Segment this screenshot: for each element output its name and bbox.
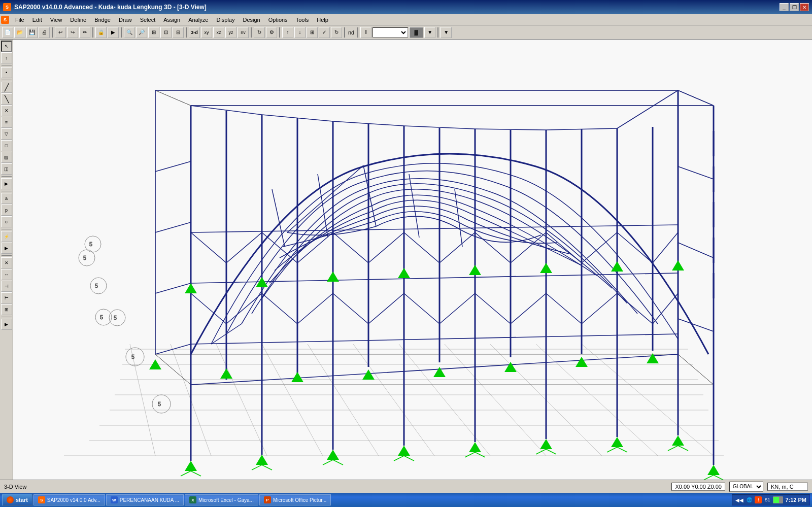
lock-button[interactable]: 🔒 [95,27,107,38]
coordinates-display: X0.00 Y0.00 Z0.00 [671,483,725,491]
svg-text:5: 5 [89,241,92,247]
sep-9 [437,27,438,38]
taskbar-word[interactable]: W PERENCANAAN KUDA ... [106,494,184,505]
refresh-button[interactable]: ↻ [254,27,265,38]
menu-define[interactable]: Define [66,14,90,25]
menu-tools[interactable]: Tools [292,14,313,25]
lt-sep-2 [2,80,12,80]
intersect-btn[interactable]: ✕ [1,257,12,268]
load-btn[interactable]: ⚡ [1,231,12,242]
window-controls[interactable]: _ ❐ ✕ [780,3,809,11]
color-button[interactable]: ▓ [409,27,423,38]
window-title: SAP2000 v14.0.0 Advanced - Kuda- kuda Le… [14,4,207,11]
sep-7 [344,27,345,38]
taskbar-sap2000[interactable]: S SAP2000 v14.0.0 Adv... [33,494,105,505]
menu-edit[interactable]: Edit [28,14,46,25]
zoom-window-button[interactable]: ⊡ [160,27,172,38]
move-btn[interactable]: ↔ [1,269,12,280]
arrow-right-btn[interactable]: ▶ [1,178,12,189]
point-draw-btn[interactable]: • [1,67,12,78]
tray-arrow-left[interactable]: ◀◀ [735,497,743,503]
taskbar-excel[interactable]: X Microsoft Excel - Gaya... [185,494,258,505]
menu-file[interactable]: File [11,14,28,25]
label-p-btn[interactable]: p [1,205,12,216]
sep-5 [251,27,252,38]
redo-button[interactable]: ↪ [67,27,78,38]
menu-analyze[interactable]: Analyze [184,14,212,25]
region-draw-btn[interactable]: ◫ [1,163,12,175]
sep-1 [52,27,53,38]
svg-text:5: 5 [95,283,98,289]
run-button[interactable]: ▶ [108,27,119,38]
select-all-button[interactable]: ⊞ [307,27,318,38]
menu-help[interactable]: Help [313,14,332,25]
start-button[interactable]: start [2,494,32,506]
open-button[interactable]: 📂 [14,27,25,38]
word-taskbar-label: PERENCANAAN KUDA ... [120,497,179,503]
zoom-out-button[interactable]: 🔍 [124,27,135,38]
units-display: KN, m, C [767,483,808,491]
menu-draw[interactable]: Draw [115,14,136,25]
print-button[interactable]: 🖨 [39,27,50,38]
zoom-prev-button[interactable]: ⊟ [173,27,184,38]
draw-pencil-button[interactable]: ✏ [79,27,90,38]
assign-arrow-btn[interactable]: ▶ [1,243,12,254]
reference-frame-dropdown[interactable]: GLOBAL LOCAL [729,482,763,492]
line2-draw-btn[interactable]: ╲ [1,93,12,105]
menu-display[interactable]: Display [212,14,239,25]
rotate-button[interactable]: ↻ [331,27,342,38]
up-button[interactable]: ↑ [282,27,293,38]
menu-bar: S File Edit View Define Bridge Draw Sele… [0,14,812,25]
fill-draw-btn[interactable]: ▨ [1,152,12,163]
snap-right-btn[interactable]: ⊢ [1,292,12,303]
triangle-draw-btn[interactable]: ▽ [1,128,12,140]
font-button[interactable]: I [360,27,371,38]
menu-options[interactable]: Options [264,14,292,25]
sep-4 [186,27,187,38]
rect-draw-btn[interactable]: □ [1,140,12,151]
label-a-btn[interactable]: a [1,193,12,204]
zoom-fit-button[interactable]: ⊞ [148,27,159,38]
view-nv-button[interactable]: nv [238,27,249,38]
menu-bridge[interactable]: Bridge [90,14,115,25]
check-button[interactable]: ✓ [319,27,330,38]
new-button[interactable]: 📄 [2,27,13,38]
lt-sep-1 [2,65,12,65]
save-button[interactable]: 💾 [26,27,38,38]
menu-select[interactable]: Select [136,14,160,25]
view-xz-button[interactable]: xz [213,27,224,38]
app-menu-icon: S [1,16,9,24]
view-3d-button[interactable]: 3-d [189,27,200,38]
minimize-button[interactable]: _ [780,3,789,11]
close-button[interactable]: ✕ [800,3,809,11]
grid3-btn[interactable]: ⊞ [1,304,12,315]
restore-button[interactable]: ❐ [790,3,799,11]
svg-text:5: 5 [158,401,161,407]
animate-button[interactable]: ⚙ [266,27,277,38]
expand-button[interactable]: ▼ [441,27,452,38]
start-icon [7,496,14,503]
zoom-in-button[interactable]: 🔎 [136,27,147,38]
view-yz-button[interactable]: yz [225,27,236,38]
label-c-btn[interactable]: c [1,216,12,227]
grid-draw-btn[interactable]: ≡ [1,117,12,128]
pan-tool-btn[interactable]: ↕ [1,52,12,63]
line-draw-btn[interactable]: ╱ [1,82,12,93]
menu-view[interactable]: View [46,14,66,25]
more-button[interactable]: ▼ [424,27,435,38]
font-size-dropdown[interactable] [373,27,408,38]
taskbar-picture[interactable]: P Microsoft Office Pictur... [259,494,331,505]
down-button[interactable]: ↓ [294,27,306,38]
undo-button[interactable]: ↩ [55,27,66,38]
nd-label: nd [347,29,355,36]
status-view-label: 3-D View [4,484,26,490]
sap-taskbar-label: SAP2000 v14.0.0 Adv... [47,497,100,503]
pointer-tool-btn[interactable]: ↖ [1,41,12,52]
snap-left-btn[interactable]: ⊣ [1,281,12,292]
view-xy-button[interactable]: xy [201,27,212,38]
viewport[interactable]: .frame { stroke: #1a237e; stroke-width: … [13,40,812,480]
menu-design[interactable]: Design [239,14,264,25]
play3-btn[interactable]: ▶ [1,319,12,330]
cross-draw-btn[interactable]: ✕ [1,105,12,116]
menu-assign[interactable]: Assign [159,14,184,25]
